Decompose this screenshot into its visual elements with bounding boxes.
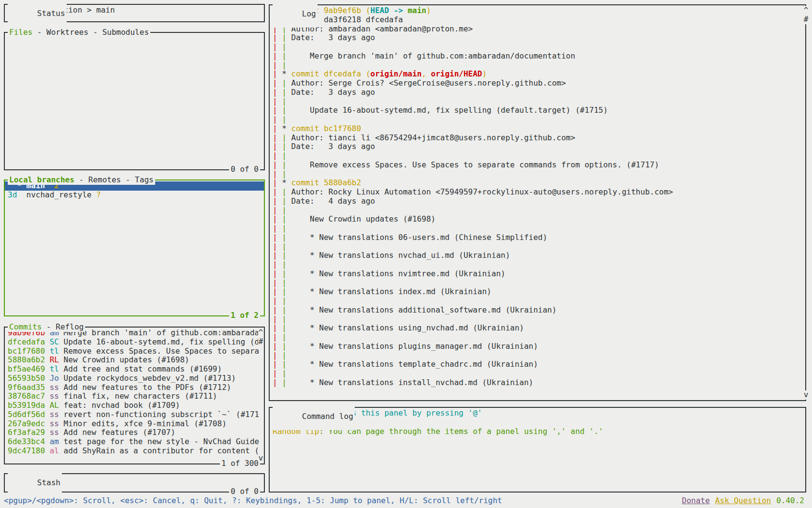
commit-message: final fix, new characters (#1711) <box>64 391 218 401</box>
status-panel-title: Status <box>8 0 67 27</box>
commit-row[interactable]: b53919da AL feat: nvchad book (#1709) <box>5 401 264 410</box>
commits-scroll-up-icon[interactable]: ^ <box>258 328 263 337</box>
commit-row[interactable]: dfcedafa SC Update 16-about-sytemd.md, f… <box>5 338 264 347</box>
commit-row[interactable]: 267a9edc ss Minor edits, xfce 9-minimal … <box>5 419 264 429</box>
log-panel[interactable]: Log * commit 9ab9ef6b (HEAD -> main)|\ M… <box>269 4 806 401</box>
commit-row[interactable]: bf5ae469 tl Add tree and stat commands (… <box>5 365 264 374</box>
log-panel-content: * commit 9ab9ef6b (HEAD -> main)|\ Merge… <box>270 5 805 400</box>
text-segment: ? <box>96 190 101 199</box>
log-line: | | <box>270 151 805 161</box>
space <box>59 346 64 356</box>
commits-scroll-down-icon[interactable]: v <box>258 454 263 463</box>
commit-sha: 56593b50 <box>8 374 45 383</box>
tab-commits[interactable]: Commits <box>9 322 42 331</box>
text-segment: | <box>273 133 282 142</box>
text-segment: | <box>282 296 287 305</box>
text-segment: | <box>273 351 282 360</box>
text-segment: | <box>282 78 291 88</box>
donate-link[interactable]: Donate <box>682 496 710 506</box>
text-segment: | <box>282 233 291 242</box>
text-segment: Author: Serge Crois? <SergeCroise@users.… <box>291 78 566 88</box>
log-line: | | Author: tianci li <86754294+jimcat8@… <box>270 134 805 143</box>
space <box>59 337 64 346</box>
commit-sha: b53919da <box>8 401 45 410</box>
space <box>45 346 50 356</box>
log-line: | * commit 5880a6b2 <box>270 179 805 188</box>
commit-row[interactable]: 6f3afa29 ss Add new features (#1707) <box>5 428 264 437</box>
log-scroll-thumb-icon[interactable]: # <box>803 15 809 24</box>
stash-panel[interactable]: Stash 0 of 0 <box>4 473 265 493</box>
log-line: | | Author: Serge Crois? <SergeCroise@us… <box>270 79 805 88</box>
commits-scroll-thumb-icon[interactable]: # <box>258 337 263 346</box>
commit-row[interactable]: 5880a6b2 RL New Crowdin updates (#1698) <box>5 356 264 365</box>
log-line: | | <box>270 315 805 324</box>
command-log-panel[interactable]: Command log You can hide/focus this pane… <box>269 407 806 493</box>
log-line: | | Date: 3 days ago <box>270 142 805 151</box>
stash-position: 0 of 0 <box>229 487 260 496</box>
commit-author-initials: ss <box>50 428 59 437</box>
space <box>59 401 64 410</box>
commit-author-initials: RL <box>50 355 59 364</box>
branch-row[interactable]: 3d nvchad_restyle ? <box>5 191 264 200</box>
commit-sha: 267a9edc <box>8 419 45 428</box>
commit-author-initials: ss <box>50 391 59 401</box>
status-bar-links: Donate Ask Question 0.40.2 <box>682 496 804 506</box>
text-segment: | <box>273 178 282 187</box>
log-line: | | * New translations index.md (Ukraini… <box>270 287 805 297</box>
tab-tags[interactable]: Tags <box>135 175 154 184</box>
commit-row[interactable]: 9f6aad35 ss Add new features to the PDFs… <box>5 383 264 392</box>
commit-row[interactable]: 6de33bc4 am test page for the new style … <box>5 437 264 447</box>
log-line: | | Author: ambaradan <ambaradan@proton.… <box>270 25 805 34</box>
tab-remotes[interactable]: Remotes <box>88 175 121 184</box>
text-segment: Date: 4 days ago <box>291 196 375 206</box>
commit-row[interactable]: bc1f7680 tl Remove excess Spaces. Use Sp… <box>5 347 264 356</box>
space <box>59 428 64 437</box>
tab-submodules[interactable]: Submodules <box>102 28 149 37</box>
space <box>59 364 64 374</box>
tab-worktrees[interactable]: Worktrees <box>46 28 88 37</box>
space <box>59 374 64 383</box>
commit-author-initials: SC <box>50 337 59 346</box>
log-scroll-down-icon[interactable]: v <box>803 390 809 400</box>
text-segment: | <box>273 287 282 296</box>
branches-panel[interactable]: Local branches - Remotes - Tags * main ^… <box>4 179 265 316</box>
text-segment: | <box>282 105 291 115</box>
status-panel[interactable]: Status ^2 documentation > main <box>4 4 265 22</box>
text-segment: | <box>273 323 282 332</box>
text-segment: | <box>282 251 291 260</box>
log-line: | | * New translations install_nvchad.md… <box>270 378 805 388</box>
commit-row[interactable]: 56593b50 Jo Update rockydocs_webdev_v2.m… <box>5 374 264 383</box>
text-segment: | <box>282 97 287 106</box>
tab-files[interactable]: Files <box>9 28 32 37</box>
commit-row[interactable]: 38768ac7 ss final fix, new characters (#… <box>5 392 264 401</box>
commit-row[interactable]: 5d6df56d ss revert non-functioning subsc… <box>5 410 264 419</box>
text-segment: Date: 3 days ago <box>291 88 375 97</box>
text-segment: * New translations additional_software.m… <box>291 305 557 314</box>
log-scroll-up-icon[interactable]: ^ <box>803 6 809 15</box>
commit-row[interactable]: 9dc47180 al add ShyRain as a contributor… <box>5 447 264 456</box>
commits-panel[interactable]: Commits - Reflog 9ab9ef6b am Merge branc… <box>4 327 265 464</box>
text-segment: | <box>273 97 282 106</box>
commit-author-initials: ss <box>50 410 59 419</box>
log-line: | | Date: 4 days ago <box>270 197 805 206</box>
text-segment: * <box>282 178 291 187</box>
ask-question-link[interactable]: Ask Question <box>715 496 771 506</box>
space <box>45 401 50 410</box>
text-segment: | <box>273 314 282 324</box>
space <box>59 391 64 401</box>
text-segment: | <box>273 196 282 206</box>
tab-local-branches[interactable]: Local branches <box>9 175 74 184</box>
text-segment: | <box>273 305 282 314</box>
commit-sha: bf5ae469 <box>8 364 45 374</box>
commit-sha: 9f6aad35 <box>8 383 45 392</box>
text-segment: | <box>273 88 282 97</box>
tab-reflog[interactable]: Reflog <box>56 322 84 331</box>
text-segment: | <box>273 332 282 342</box>
text-segment: | <box>282 224 287 233</box>
files-panel[interactable]: Files - Worktrees - Submodules 0 of 0 <box>4 32 265 170</box>
text-segment: nvchad_restyle <box>17 190 96 199</box>
commit-message: revert non-functioning subscript `~` (#1… <box>64 410 260 419</box>
log-line: | | * New translations using_nvchad.md (… <box>270 324 805 333</box>
text-segment: * New translations template_chadrc.md (U… <box>291 359 538 369</box>
commit-author-initials: al <box>50 446 59 455</box>
